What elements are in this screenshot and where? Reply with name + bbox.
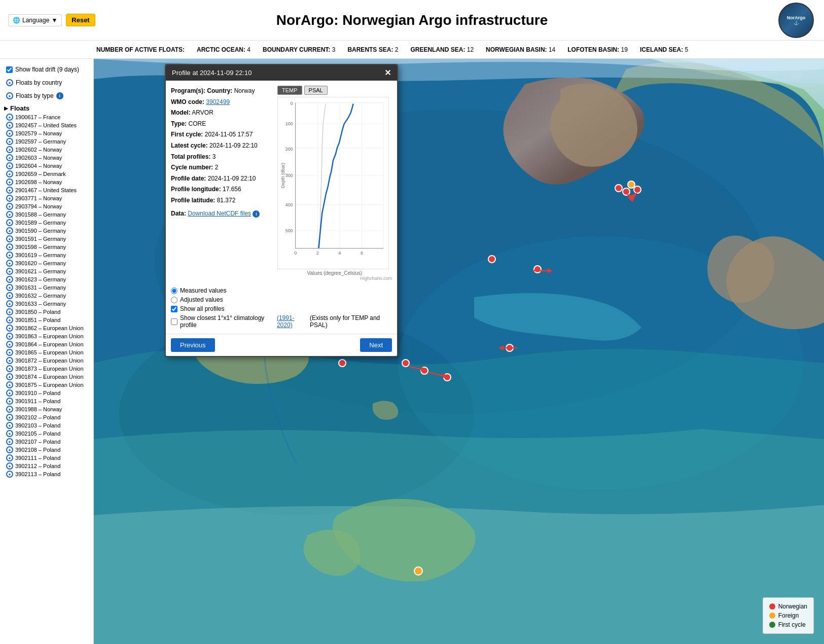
list-item[interactable]: ●1902604 – Norway [4,162,93,170]
list-item[interactable]: ●3901620 – Germany [4,259,93,267]
map-area[interactable]: Profile at 2024-11-09 22:10 ✕ Program(s)… [94,59,824,644]
marker-iceland-2 [339,360,346,367]
measured-label: Measured values [180,287,226,294]
show-climatology-checkbox[interactable] [171,318,177,325]
float-icon: ● [6,187,13,194]
list-item[interactable]: ●3902103 – Poland [4,421,93,430]
list-item[interactable]: ●3901875 – European Union [4,381,93,389]
language-button[interactable]: 🌐 Language ▼ [8,14,62,26]
modal-close-button[interactable]: ✕ [384,68,391,78]
legend-foreign-label: Foreign [778,612,799,619]
measured-radio[interactable] [171,288,177,294]
float-icon: ● [6,235,13,242]
svg-text:300: 300 [285,173,293,178]
tab-temp[interactable]: TEMP [277,86,302,95]
list-item[interactable]: ●3901621 – Germany [4,267,93,275]
circle-icon-country: ● [6,79,13,86]
next-button[interactable]: Next [360,338,392,352]
legend-dot-norwegian [769,603,775,610]
list-item[interactable]: ●3901619 – Germany [4,251,93,259]
float-icon: ● [6,422,13,429]
list-item[interactable]: ●1902457 – United States [4,121,93,129]
list-item[interactable]: ●1902603 – Norway [4,154,93,162]
list-item[interactable]: ●1902602 – Norway [4,146,93,154]
list-item[interactable]: ●3901633 – Germany [4,300,93,308]
list-item[interactable]: ●3901863 – European Union [4,332,93,340]
legend-first-cycle: First cycle [769,620,807,629]
list-item[interactable]: ●3901850 – Poland [4,308,93,316]
show-all-profiles-checkbox[interactable] [171,306,177,312]
adjusted-radio[interactable] [171,297,177,303]
float-label: 1902698 – Norway [15,179,62,185]
show-drift-checkbox[interactable] [6,66,13,73]
list-item[interactable]: ●3901872 – European Union [4,356,93,365]
list-item[interactable]: ●3902108 – Poland [4,446,93,454]
list-item[interactable]: ●3902112 – Poland [4,462,93,470]
country-value: Norway [234,87,255,94]
list-item[interactable]: ●1902698 – Norway [4,178,93,186]
float-icon: ● [6,300,13,307]
list-item[interactable]: ●3901590 – Germany [4,227,93,235]
list-item[interactable]: ●3901851 – Poland [4,316,93,324]
list-item[interactable]: ●3901874 – European Union [4,373,93,381]
list-item[interactable]: ●2903771 – Norway [4,194,93,202]
list-item[interactable]: ●3902102 – Poland [4,413,93,421]
stat-iceland: ICELAND SEA: 5 [640,46,688,53]
profile-date-label: Profile date: [171,175,206,182]
list-item[interactable]: ●3901864 – European Union [4,340,93,348]
wmo-link[interactable]: 3902499 [206,98,230,105]
list-item[interactable]: ●3901598 – Germany [4,243,93,251]
floats-by-type-info-icon[interactable]: i [56,92,63,99]
list-item[interactable]: ●3901873 – European Union [4,365,93,373]
list-item[interactable]: ●3901632 – Germany [4,292,93,300]
list-item[interactable]: ●3902111 – Poland [4,454,93,462]
float-icon: ● [6,446,13,453]
tab-psal[interactable]: PSAL [304,86,328,95]
profile-modal: Profile at 2024-11-09 22:10 ✕ Program(s)… [165,64,398,357]
float-icon: ● [6,146,13,153]
list-item[interactable]: ●3902105 – Poland [4,430,93,438]
download-link[interactable]: Download NetCDF files [188,210,251,217]
floats-expand-icon: ▶ [4,105,8,111]
sidebar[interactable]: Show float drift (9 days) ● Floats by co… [0,59,94,644]
floats-by-type-item[interactable]: ● Floats by type i [4,91,89,100]
floats-section-header[interactable]: ▶ Floats [0,102,93,113]
reset-button[interactable]: Reset [66,14,95,26]
list-item[interactable]: ●3901862 – European Union [4,324,93,332]
list-item[interactable]: ●1902579 – Norway [4,129,93,137]
float-label: 1902457 – United States [15,122,77,128]
svg-text:400: 400 [285,202,293,207]
list-item[interactable]: ●3902107 – Poland [4,438,93,446]
list-item[interactable]: ●3901865 – European Union [4,348,93,356]
float-icon: ● [6,170,13,177]
download-info-icon[interactable]: i [253,210,260,218]
list-item[interactable]: ●2901467 – United States [4,186,93,194]
float-icon: ● [6,316,13,324]
list-item[interactable]: ●3901631 – Germany [4,283,93,292]
list-item[interactable]: ●3901911 – Poland [4,397,93,405]
list-item[interactable]: ●3901589 – Germany [4,219,93,227]
stat-norwegian-basin: NORWEGIAN BASIN: 14 [486,46,555,53]
list-item[interactable]: ●3901623 – Germany [4,275,93,283]
floats-by-type-label: Floats by type [16,92,54,99]
float-label: 1902602 – Norway [15,147,62,153]
previous-button[interactable]: Previous [171,338,215,352]
svg-text:6: 6 [361,251,363,256]
float-icon: ● [6,276,13,283]
list-item[interactable]: ●1902597 – Germany [4,137,93,146]
float-label: 3902105 – Poland [15,431,60,437]
list-item[interactable]: ●3901988 – Norway [4,405,93,413]
map-legend: Norwegian Foreign First cycle [763,597,814,634]
list-item[interactable]: ●3902113 – Poland [4,470,93,478]
adjusted-option-row: Adjusted values [171,295,392,304]
list-item[interactable]: ●3901591 – Germany [4,235,93,243]
svg-text:0: 0 [294,251,297,256]
list-item[interactable]: ●3901910 – Poland [4,389,93,397]
list-item[interactable]: ●2903794 – Norway [4,202,93,210]
list-item[interactable]: ●1902659 – Denmark [4,170,93,178]
list-item[interactable]: ●3901588 – Germany [4,210,93,219]
floats-by-country-item[interactable]: ● Floats by country [4,78,89,87]
profile-lat-label: Profile latitude: [171,197,215,204]
list-item[interactable]: ●1900617 – France [4,113,93,121]
show-drift-item[interactable]: Show float drift (9 days) [4,65,89,74]
